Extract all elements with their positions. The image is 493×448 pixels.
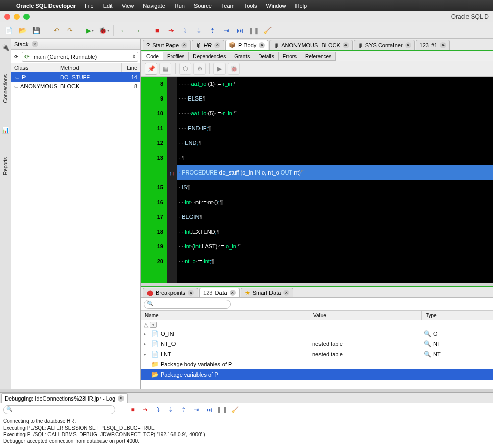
filter-dropdown[interactable]: ▾	[150, 322, 157, 328]
subtab-dependencies[interactable]: Dependencies	[188, 52, 230, 61]
log-gc-button[interactable]: 🧹	[230, 405, 240, 415]
step-into-button[interactable]: ⇣	[193, 25, 204, 36]
data-row[interactable]: 📁Package body variables of P	[141, 359, 493, 369]
menu-help[interactable]: Help	[295, 3, 307, 9]
data-row[interactable]: ▸📄LNTnested table🔍NT	[141, 349, 493, 359]
step-out-button[interactable]: ⇡	[207, 25, 218, 36]
gutter[interactable]: 8910111213151617181920	[141, 77, 167, 283]
debug-editor-button[interactable]: 🐞	[228, 63, 240, 75]
new-button[interactable]: 📄	[3, 25, 14, 36]
log-step-into-button[interactable]: ⇣	[166, 405, 176, 415]
log-tab-close[interactable]: ✕	[118, 395, 124, 402]
tab-close-button[interactable]: ✕	[405, 42, 411, 48]
h-splitter[interactable]	[141, 283, 493, 287]
expand-toggle[interactable]: ▸	[144, 331, 149, 336]
col-line[interactable]: Line	[122, 63, 140, 72]
menu-run[interactable]: Run	[175, 3, 185, 9]
pkg-icon[interactable]: ⬡	[179, 63, 191, 75]
code-line[interactable]: ··BEGIN¶	[177, 210, 493, 225]
debug-tab[interactable]: ★Smart Data✕	[241, 288, 294, 297]
log-splitter[interactable]	[0, 389, 493, 393]
tab-close-button[interactable]: ✕	[214, 42, 220, 48]
sort-asc-icon[interactable]: △	[144, 321, 148, 328]
code-line[interactable]: ········aat_io·(1)·:=·r_in;¶	[177, 77, 493, 91]
code-line[interactable]: ······ELSE¶	[177, 91, 493, 106]
save-button[interactable]: 💾	[31, 25, 42, 36]
editor-tab[interactable]: 123#1✕	[416, 40, 450, 50]
col-type[interactable]: Type	[422, 311, 493, 320]
tab-close-button[interactable]: ✕	[259, 42, 265, 48]
pause-button[interactable]: ❚❚	[248, 25, 259, 36]
code-line[interactable]: ··PROCEDURE·do_stuff·(o_in·IN·o,·nt_o·OU…	[177, 165, 493, 180]
subtab-references[interactable]: References	[301, 52, 336, 61]
reports-tab[interactable]: Reports	[3, 157, 8, 175]
nav-fwd-button[interactable]: →	[132, 25, 143, 36]
debug-tab[interactable]: 123Data✕	[199, 288, 240, 297]
code-line[interactable]: ····lnt···nt·:=·nt·();¶	[177, 195, 493, 210]
data-row[interactable]: 📂Package variables of P	[141, 369, 493, 380]
code-editor[interactable]: 8910111213151617181920 ↑↓ ········aat_io…	[141, 77, 493, 283]
editor-tab[interactable]: 🛢ANONYMOUS_BLOCK✕	[269, 40, 353, 50]
connections-tab[interactable]: Connections	[3, 74, 8, 103]
tab-close-button[interactable]: ✕	[440, 42, 446, 48]
run-editor-button[interactable]: ▶	[213, 63, 226, 75]
log-stop-button[interactable]: ■	[128, 405, 138, 415]
debug-tab-close[interactable]: ✕	[188, 290, 194, 296]
code-line[interactable]: ······END·IF;¶	[177, 121, 493, 136]
subtab-errors[interactable]: Errors	[278, 52, 301, 61]
menu-window[interactable]: Window	[266, 3, 286, 9]
debug-tab-close[interactable]: ✕	[230, 290, 236, 296]
menu-team[interactable]: Team	[221, 3, 235, 9]
code-line[interactable]: ····lnt.EXTEND;¶	[177, 225, 493, 239]
code-line[interactable]: ········aat_io·(5)·:=·r_in;¶	[177, 106, 493, 121]
step-to-cursor-button[interactable]: ⇥	[220, 25, 232, 36]
col-value[interactable]: Value	[309, 311, 422, 320]
thread-selector[interactable]: main (Current, Runnable)	[22, 52, 138, 62]
resume-button[interactable]: ➔	[165, 25, 177, 36]
data-row[interactable]: ▸📄O_IN🔍O	[141, 329, 493, 339]
log-step-over-button[interactable]: ⤵	[153, 405, 163, 415]
nav-back-button[interactable]: ←	[118, 25, 129, 36]
menu-tools[interactable]: Tools	[244, 3, 257, 9]
code-line[interactable]: ··¶	[177, 151, 493, 165]
gc-button[interactable]: 🧹	[262, 25, 273, 36]
step-over-button[interactable]: ⤵	[179, 25, 190, 36]
tab-close-button[interactable]: ✕	[343, 42, 349, 48]
code-lines[interactable]: ········aat_io·(1)·:=·r_in;¶······ELSE¶·…	[177, 77, 493, 283]
run-button[interactable]: ▶	[84, 25, 95, 36]
code-line[interactable]: ····lnt·(lnt.LAST)·:=·o_in;¶	[177, 239, 493, 254]
subtab-profiles[interactable]: Profiles	[163, 52, 189, 61]
window-close-button[interactable]	[4, 14, 10, 20]
step-instr-button[interactable]: ⏭	[234, 25, 245, 36]
subtab-grants[interactable]: Grants	[230, 52, 254, 61]
subtab-code[interactable]: Code	[142, 52, 163, 61]
tab-close-button[interactable]: ✕	[181, 42, 187, 48]
col-method[interactable]: Method	[57, 63, 122, 72]
editor-tab[interactable]: 📦P Body✕	[225, 40, 268, 50]
log-step-instr-button[interactable]: ⏭	[204, 405, 214, 415]
log-pause-button[interactable]: ❚❚	[217, 405, 227, 415]
gear-button[interactable]: ⚙	[193, 63, 206, 75]
data-row[interactable]: ▸📄NT_Onested table🔍NT	[141, 339, 493, 349]
menu-source[interactable]: Source	[194, 3, 212, 9]
pin-button[interactable]: 📌	[145, 63, 157, 75]
log-text[interactable]: Connecting to the database HR. Executing…	[0, 416, 493, 448]
col-class[interactable]: Class	[11, 63, 57, 72]
undo-button[interactable]: ↶	[51, 25, 62, 36]
log-resume-button[interactable]: ➔	[140, 405, 151, 415]
menu-navigate[interactable]: Navigate	[143, 3, 165, 9]
stack-row[interactable]: ▭PDO_STUFF14	[11, 72, 140, 82]
expand-toggle[interactable]: ▸	[144, 352, 149, 357]
log-step-cursor-button[interactable]: ⇥	[191, 405, 202, 415]
debug-tab-close[interactable]: ✕	[283, 290, 289, 296]
debug-search-input[interactable]	[144, 300, 231, 309]
window-minimize-button[interactable]	[14, 14, 20, 20]
expand-toggle[interactable]: ▸	[144, 341, 149, 346]
log-step-out-button[interactable]: ⇡	[179, 405, 189, 415]
compile-button[interactable]: ▦	[159, 63, 171, 75]
code-line[interactable]: ····END;¶	[177, 136, 493, 151]
menu-file[interactable]: File	[85, 3, 94, 9]
window-zoom-button[interactable]	[23, 14, 30, 20]
code-line[interactable]: ··IS¶	[177, 180, 493, 195]
col-name[interactable]: Name	[141, 311, 309, 320]
